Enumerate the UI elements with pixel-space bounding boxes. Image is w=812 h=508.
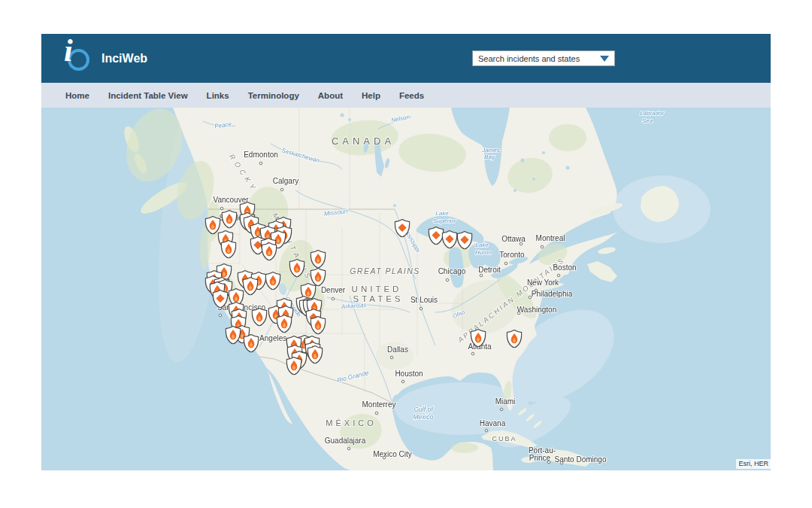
nav-item-about[interactable]: About [318,91,343,100]
city-dot [529,296,532,299]
city-dot [401,380,404,383]
city-dot [471,352,474,355]
city-dot [390,356,393,359]
city-dot [480,274,483,277]
city-dot [446,278,449,281]
city-dot [500,408,503,411]
map-attribution: Esri, HER [736,459,771,469]
nav-item-terminology[interactable]: Terminology [248,91,299,100]
map-label: UNITED [352,284,402,294]
city-dot [485,429,488,432]
search-dropdown[interactable]: Search incidents and states [472,50,615,66]
search-dropdown-label: Search incidents and states [478,54,580,63]
map-label: Calgary [273,177,298,185]
map-label: STATES [353,294,403,303]
map-label: MÉXICO [326,418,376,427]
map-label: Labrador [640,110,664,117]
city-dot [560,461,563,464]
header: i InciWeb Search incidents and states [41,34,771,83]
city-dot [375,412,378,415]
city-dot [541,245,544,248]
map-label: Vancouver [213,196,249,204]
city-dot [383,456,386,459]
city-dot [280,188,283,191]
map-label: Washington [517,306,556,314]
city-dot [547,461,550,464]
map-label: Dallas [387,345,408,354]
city-dot [420,307,423,310]
city-dot [332,297,335,300]
app-title: InciWeb [102,52,147,65]
map-label: Houston [395,370,423,378]
map-label: Edmonton [244,151,278,159]
map-label: Chicago [438,267,466,275]
map-label: Sea [642,117,653,124]
incident-map[interactable]: PeaceNelsonLabradorSeaJamesBaySaskatchew… [41,108,771,470]
city-dot [517,312,520,315]
map-label: Detroit [478,266,501,274]
city-dot [535,289,538,292]
map-label: Superior [433,217,456,224]
map-label: Montreal [536,234,565,242]
map-label: St Louis [411,296,438,304]
map-label: Ottawa [501,235,526,243]
map-canvas: PeaceNelsonLabradorSeaJamesBaySaskatchew… [41,108,771,470]
map-label: Lake [475,242,489,248]
nav-item-feeds[interactable]: Feeds [399,91,424,100]
logo-i-icon: i [64,35,73,66]
city-dot [504,262,508,265]
nav-item-incident-table-view[interactable]: Incident Table View [108,91,188,100]
chevron-down-icon [600,56,609,62]
map-label: Guadalajara [325,437,366,445]
map-label: Havana [480,419,506,427]
map-label: GREAT PLAINS [350,266,420,275]
map-label: Mexico [414,413,434,421]
map-label: Denver [321,286,346,294]
city-dot [219,314,222,317]
map-label: Toronto [499,251,525,259]
nav-bar: Home Incident Table View Links Terminolo… [41,83,771,108]
city-dot [220,207,223,210]
map-label: Monterrey [362,400,395,409]
city-dot [557,274,560,277]
map-label: Huron [475,249,492,256]
city-dot [347,447,350,450]
map-label: Lake [435,210,449,217]
map-label: New York [527,278,559,287]
map-label: CANADA [332,135,395,147]
nav-item-home[interactable]: Home [65,91,89,100]
map-label: CUBA [492,435,517,443]
map-label: Gulf of [414,406,434,413]
inciweb-logo[interactable]: i [61,41,92,77]
map-label: Miami [495,397,516,406]
city-dot [520,242,523,245]
map-label: Prince [529,454,551,462]
nav-item-links[interactable]: Links [207,91,229,100]
map-label: James [481,147,500,154]
city-dot [259,162,262,165]
nav-item-help[interactable]: Help [362,91,380,100]
map-label: Bay [484,154,495,160]
inciweb-page: i InciWeb Search incidents and states Ho… [41,34,771,470]
map-label: Boston [553,263,576,272]
map-label: Mexico City [373,450,412,458]
